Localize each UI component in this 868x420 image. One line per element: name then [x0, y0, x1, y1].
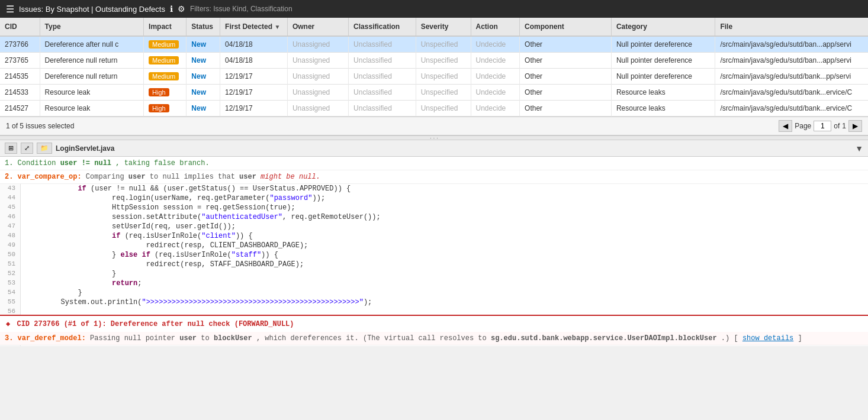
col-header-status[interactable]: Status [187, 18, 220, 36]
cell-cid: 214533 [0, 85, 40, 101]
cell-impact: High [144, 85, 187, 101]
col-header-component[interactable]: Component [520, 18, 612, 36]
cell-severity: Unspecified [416, 69, 471, 85]
col-header-severity[interactable]: Severity [416, 18, 471, 36]
code-line: 47 setUserId(req, user.getId()); [0, 222, 868, 231]
cell-category: Resource leaks [611, 85, 715, 101]
drag-handle[interactable]: · · · [0, 135, 868, 140]
cell-type: Dereference after null c [40, 36, 143, 53]
cell-action: Undecide [471, 69, 520, 85]
annotation-3: 3. var_deref_model: Passing null pointer… [0, 332, 868, 345]
col-header-type[interactable]: Type [40, 18, 143, 36]
code-filename: LoginServlet.java [56, 144, 114, 153]
cell-status: New [187, 36, 220, 53]
pagination-controls: ◀ Page of 1 ▶ [779, 120, 862, 132]
table-row[interactable]: 273766 Dereference after null c Medium N… [0, 36, 868, 53]
topbar-title: Issues: By Snapshot | Outstanding Defect… [19, 5, 165, 14]
code-line: 50 } else if (req.isUserInRole("staff"))… [0, 250, 868, 260]
cell-category: Null pointer dereference [611, 36, 715, 53]
code-line: 46 session.setAttribute("authenticatedUs… [0, 212, 868, 222]
cell-type: Dereference null return [40, 53, 143, 69]
code-fullscreen-button[interactable]: ⤢ [21, 143, 33, 154]
col-header-category[interactable]: Category [611, 18, 715, 36]
annotation-1: 1. Condition user != null , taking false… [0, 157, 868, 170]
code-view-header: ⊞ ⤢ 📁 LoginServlet.java ▼ [0, 140, 868, 157]
col-header-file[interactable]: File [715, 18, 868, 36]
sort-arrow-icon: ▼ [274, 24, 280, 30]
prev-page-button[interactable]: ◀ [779, 120, 792, 132]
cell-status: New [187, 53, 220, 69]
selected-count-label: 1 of 5 issues selected [6, 122, 74, 130]
cell-first-detected: 04/18/18 [220, 36, 288, 53]
code-line: 51 redirect(resp, STAFF_DASHBOARD_PAGE); [0, 260, 868, 269]
code-line: 44 req.login(userName, req.getParameter(… [0, 193, 868, 203]
cell-file: /src/main/java/sg/edu/sutd/bank...ervice… [715, 101, 868, 117]
cell-first-detected: 12/19/17 [220, 101, 288, 117]
cell-first-detected: 04/18/18 [220, 53, 288, 69]
code-line: 49 redirect(resp, CLIENT_DASHBOARD_PAGE)… [0, 241, 868, 250]
col-header-first-detected[interactable]: First Detected ▼ [220, 18, 288, 36]
code-line: 56 [0, 307, 868, 315]
cell-component: Other [520, 69, 612, 85]
table-row[interactable]: 214533 Resource leak High New 12/19/17 U… [0, 85, 868, 101]
gear-button[interactable]: ⚙ [178, 4, 185, 14]
code-line: 55 System.out.println(">>>>>>>>>>>>>>>>>… [0, 298, 868, 307]
cell-cid: 273766 [0, 36, 40, 53]
code-folder-button[interactable]: 📁 [37, 143, 52, 154]
cell-status: New [187, 69, 220, 85]
cell-category: Resource leaks [611, 101, 715, 117]
col-header-cid[interactable]: CID [0, 18, 40, 36]
issues-table: CID Type Impact Status First Detected ▼ … [0, 18, 868, 117]
cell-component: Other [520, 53, 612, 69]
show-details-link[interactable]: show details [742, 334, 793, 343]
col-header-impact[interactable]: Impact [144, 18, 187, 36]
code-line: 45 HttpSession session = req.getSession(… [0, 203, 868, 212]
code-lines: 43 if (user != null && (user.getStatus()… [0, 184, 868, 315]
cell-component: Other [520, 85, 612, 101]
col-header-classification[interactable]: Classification [349, 18, 416, 36]
page-of-label: of [834, 122, 840, 130]
cell-status: New [187, 85, 220, 101]
error-cid-label: CID 273766 (#1 of 1): Dereference after … [17, 320, 294, 328]
cell-component: Other [520, 101, 612, 117]
cell-classification: Unclassified [349, 36, 416, 53]
cell-cid: 273765 [0, 53, 40, 69]
cell-cid: 214535 [0, 69, 40, 85]
page-label: Page [795, 122, 811, 130]
code-collapse-icon[interactable]: ▼ [855, 144, 863, 153]
topbar-filters: Filters: Issue Kind, Classification [190, 5, 292, 13]
cell-first-detected: 12/19/17 [220, 69, 288, 85]
cell-file: /src/main/java/sg/edu/sutd/ban...app/ser… [715, 53, 868, 69]
cell-severity: Unspecified [416, 53, 471, 69]
cell-owner: Unassigned [287, 85, 348, 101]
cell-owner: Unassigned [287, 53, 348, 69]
drag-dots: · · · [430, 135, 438, 141]
annotation-2: 2. var_compare_op: Comparing user to nul… [0, 170, 868, 184]
cell-action: Undecide [471, 53, 520, 69]
next-page-button[interactable]: ▶ [848, 120, 862, 132]
cell-severity: Unspecified [416, 101, 471, 117]
cell-type: Resource leak [40, 101, 143, 117]
col-header-owner[interactable]: Owner [287, 18, 348, 36]
cell-cid: 214527 [0, 101, 40, 117]
info-button[interactable]: ℹ [170, 4, 173, 14]
total-pages-label: 1 [842, 122, 846, 130]
cell-classification: Unclassified [349, 53, 416, 69]
cell-type: Resource leak [40, 85, 143, 101]
col-header-action[interactable]: Action [471, 18, 520, 36]
menu-icon[interactable]: ☰ [6, 4, 14, 15]
table-row[interactable]: 214527 Resource leak High New 12/19/17 U… [0, 101, 868, 117]
cell-classification: Unclassified [349, 101, 416, 117]
cell-file: /src/main/java/sg/edu/sutd/ban...app/ser… [715, 36, 868, 53]
cell-first-detected: 12/19/17 [220, 85, 288, 101]
table-row[interactable]: 273765 Dereference null return Medium Ne… [0, 53, 868, 69]
cell-category: Null pointer dereference [611, 69, 715, 85]
code-container[interactable]: 1. Condition user != null , taking false… [0, 157, 868, 346]
page-number-input[interactable] [814, 121, 831, 131]
cell-classification: Unclassified [349, 85, 416, 101]
code-line: 53 return; [0, 279, 868, 288]
error-annotation: ◆ CID 273766 (#1 of 1): Dereference afte… [0, 315, 868, 332]
code-line: 48 if (req.isUserInRole("client")) { [0, 231, 868, 241]
table-row[interactable]: 214535 Dereference null return Medium Ne… [0, 69, 868, 85]
code-diff-toggle[interactable]: ⊞ [5, 143, 17, 154]
